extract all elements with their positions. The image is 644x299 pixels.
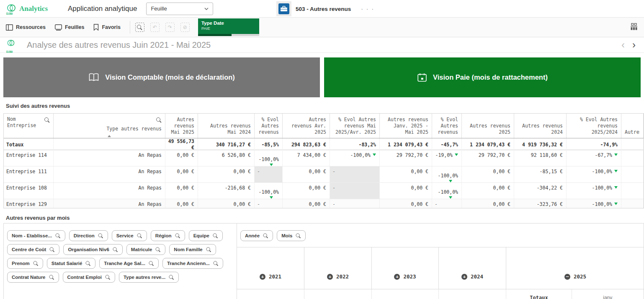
more-menu-button[interactable]: · · · [361,5,374,12]
pivot-year-2022[interactable]: + 2022 [304,247,372,289]
cell-value: -216,68 € [198,183,255,199]
filter-tranche-age[interactable]: Tranche Age Sal... [99,258,159,269]
analytics-logo: D2BI Analytics [6,3,56,14]
pivot-year-2024[interactable]: + 2024 [439,247,506,289]
search-icon [206,247,211,252]
filter-nom-etablissement[interactable]: Nom - Etablisse... [7,230,65,241]
pivot-year-2023[interactable]: + 2023 [372,247,439,289]
vision-paie-button[interactable]: Vision Paie (mois de rattachement) [324,57,641,97]
expand-plus-icon[interactable]: + [394,274,400,280]
search-icon [105,275,110,280]
col-header[interactable]: % Evol Autres revenus [432,114,462,138]
selection-field-label: Type Date [201,21,256,26]
smart-search-button[interactable] [135,23,144,32]
col-header[interactable]: % Evol Autres revenus [255,114,283,138]
cell-null: - [255,199,283,208]
vision-comptable-button[interactable]: Vision Comptable (mois de déclaration) [3,57,320,97]
pivot-year-2021[interactable]: + 2021 [237,247,304,289]
cell-evol: -19,0% [432,150,462,166]
filter-mois[interactable]: Mois [277,230,306,241]
col-header[interactable]: Autres revenus [621,114,644,138]
cell-type[interactable]: An Repas [54,183,165,199]
sheet-selector-dropdown[interactable]: Feuille [146,3,213,15]
search-icon [175,233,180,238]
filter-centre-de-cout[interactable]: Centre de Coût [7,244,59,255]
col-header-nom-entreprise[interactable]: Nom Entreprise [4,114,54,138]
table-header-row: Nom Entreprise Type autres revenus Autre… [4,114,644,138]
filter-tranche-anciennete[interactable]: Tranche Ancienn... [162,258,223,269]
search-icon [86,261,91,266]
filter-statut-salarie[interactable]: Statut Salarié [47,258,96,269]
bookmark-title: 503 - Autres revenus [296,6,351,12]
next-sheet-button[interactable]: › [632,39,636,51]
collapse-minus-icon[interactable]: – [564,274,570,280]
filter-nom-famille[interactable]: Nom Famille [169,244,216,255]
filter-region[interactable]: Région [151,230,185,241]
expand-plus-icon[interactable]: + [260,274,265,280]
pivot-subheader-janv[interactable]: janv. [572,289,644,299]
cell-type[interactable]: An Repas [54,166,165,182]
sheet-selector-value: Feuille [151,5,167,12]
cell-value: 0,00 € [283,166,330,182]
filter-organisation-niv6[interactable]: Organisation Niv6 [63,244,122,255]
filter-type-autres-revenus[interactable]: Type autres reve... [119,272,179,283]
table-row: Entreprise 129 An Repas 0,00 € 0,00 € - … [4,199,644,208]
cell-type[interactable]: An Repas [54,150,165,166]
previous-sheet-button[interactable]: ‹ [621,39,625,51]
filter-service[interactable]: Service [112,230,147,241]
cell-entreprise[interactable]: Entreprise 111 [4,166,54,182]
pivot-subheader-row: Totaux janv. [237,289,644,299]
search-icon[interactable] [44,117,50,123]
undo-selection-button[interactable]: ↶ [150,23,160,32]
cell-type[interactable]: An Repas [54,199,165,208]
cell-entreprise[interactable]: Entreprise 108 [4,183,54,199]
sheets-button[interactable]: Feuilles [55,24,85,31]
col-header[interactable]: Autres revenus Mai 2025 [165,114,198,138]
totals-value: 49 556,73 € [165,138,198,151]
sheets-label: Feuilles [65,24,85,30]
filter-equipe[interactable]: Equipe [189,230,223,241]
search-icon [213,233,218,238]
trend-down-icon [614,186,618,189]
col-header[interactable]: Autres revenus 2025 [462,114,514,138]
col-header[interactable]: % Evol Autres revenus 2025/2024 [567,114,621,138]
cell-entreprise[interactable]: Entreprise 114 [4,150,54,166]
bookmark-outline-icon [93,24,99,31]
cell-value: 0,00 € [283,199,330,208]
dimension-filters: Nom - Etablisse... Direction Service Rég… [4,224,237,299]
cell-entreprise[interactable]: Entreprise 129 [4,199,54,208]
pivot-area: Année Mois + 2021 + 2022 + 2023 [237,224,644,299]
totals-value: 340 716,27 € [198,138,255,151]
trend-down-icon [614,153,618,156]
filter-prenom[interactable]: Prenom [7,258,43,269]
col-header[interactable]: % Evol Autres revenus Mai 2025/Avr. 2025 [330,114,380,138]
search-icon[interactable] [156,117,162,123]
filter-contrat-emploi[interactable]: Contrat Emploi [63,272,115,283]
app-bar: D2BI Analytics Application analytique Fe… [0,0,644,18]
filter-direction[interactable]: Direction [69,230,108,241]
totals-value: -85,5% [255,138,283,151]
totals-value: 1 234 079,43 € [462,138,514,151]
col-header[interactable]: Autres revenus Janv. 2025 - Mai 2025 [380,114,432,138]
col-header[interactable]: Autres revenus Mai 2024 [198,114,255,138]
bookmark-tile[interactable] [276,1,291,16]
favorites-button[interactable]: Favoris [93,24,120,31]
selection-chip-type-date[interactable]: Type Date PAIE [198,18,259,36]
expand-plus-icon[interactable]: + [327,274,333,280]
filter-annee[interactable]: Année [240,230,273,241]
pivot-year-header-row: + 2021 + 2022 + 2023 + 2024 [237,247,644,289]
col-header-type-autres-revenus[interactable]: Type autres revenus [54,114,165,138]
totals-label: Totaux [4,138,54,151]
col-header[interactable]: Autres revenus Avr. 2025 [283,114,330,138]
expand-plus-icon[interactable]: + [461,274,467,280]
col-header[interactable]: Autres revenus 2024 [514,114,567,138]
resources-button[interactable]: Ressources [6,24,46,31]
filter-contrat-nature[interactable]: Contrat Nature [7,272,59,283]
cell-value: 0,00 € [198,199,255,208]
sheet-grid-button[interactable] [630,23,638,30]
pivot-year-2025[interactable]: – 2025 [506,247,644,289]
clear-selections-button[interactable]: ⊘ [180,23,190,32]
filter-matricule[interactable]: Matricule [126,244,166,255]
cell-value: 29 792,70 € [462,150,514,166]
redo-selection-button[interactable]: ↷ [165,23,175,32]
